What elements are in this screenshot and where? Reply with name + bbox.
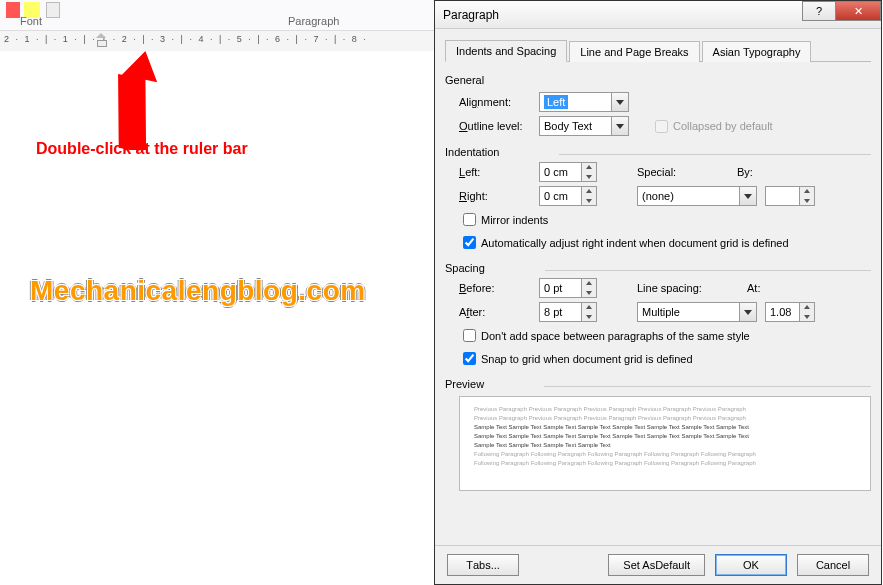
alignment-label: Alignment: xyxy=(459,96,539,108)
collapsed-checkbox xyxy=(655,120,668,133)
help-button[interactable]: ? xyxy=(802,1,836,21)
snap-grid-label: Snap to grid when document grid is defin… xyxy=(481,353,693,365)
tabs-button[interactable]: Tabs... xyxy=(447,554,519,576)
outline-label: Outline level: xyxy=(459,120,539,132)
auto-right-indent-label: Automatically adjust right indent when d… xyxy=(481,237,789,249)
indent-left-input[interactable]: 0 cm xyxy=(539,162,597,182)
alignment-select[interactable]: Left xyxy=(539,92,629,112)
word-editor-area: Font Paragraph 2 · 1 · | · 1 · | · 1 · 2… xyxy=(0,0,434,585)
dialog-title: Paragraph xyxy=(443,8,499,22)
group-preview: Preview xyxy=(445,378,484,390)
spinner-icon[interactable] xyxy=(799,187,814,205)
alignment-value: Left xyxy=(544,95,568,109)
indent-marker-icon[interactable] xyxy=(96,33,106,47)
font-color-swatch[interactable] xyxy=(6,2,20,18)
ribbon-bar: Font Paragraph xyxy=(0,0,434,31)
annotation-callout: Double-click at the ruler bar xyxy=(36,140,248,158)
tab-indents-spacing[interactable]: Indents and Spacing xyxy=(445,40,567,62)
indent-right-label: Right: xyxy=(459,190,539,202)
preview-box: Previous Paragraph Previous Paragraph Pr… xyxy=(459,396,871,491)
toolbar-btn[interactable] xyxy=(46,2,60,18)
collapsed-label: Collapsed by default xyxy=(673,120,773,132)
tab-asian-typography[interactable]: Asian Typography xyxy=(702,41,812,62)
chevron-down-icon[interactable] xyxy=(611,117,628,135)
after-input[interactable]: 8 pt xyxy=(539,302,597,322)
spinner-icon[interactable] xyxy=(799,303,814,321)
line-spacing-select[interactable]: Multiple xyxy=(637,302,757,322)
ribbon-group-font: Font xyxy=(20,15,42,27)
by-input[interactable] xyxy=(765,186,815,206)
dialog-tabs: Indents and Spacing Line and Page Breaks… xyxy=(445,37,871,62)
chevron-down-icon[interactable] xyxy=(739,187,756,205)
paragraph-dialog: Paragraph ? ✕ Indents and Spacing Line a… xyxy=(434,0,882,585)
set-default-button[interactable]: Set As Default xyxy=(608,554,705,576)
outline-select[interactable]: Body Text xyxy=(539,116,629,136)
at-input[interactable]: 1.08 xyxy=(765,302,815,322)
document-page[interactable] xyxy=(14,170,414,570)
before-input[interactable]: 0 pt xyxy=(539,278,597,298)
snap-grid-checkbox[interactable] xyxy=(463,352,476,365)
group-indentation: Indentation xyxy=(445,146,499,158)
chevron-down-icon[interactable] xyxy=(739,303,756,321)
tab-line-page-breaks[interactable]: Line and Page Breaks xyxy=(569,41,699,62)
line-spacing-value: Multiple xyxy=(642,306,680,318)
group-general: General xyxy=(445,74,871,86)
ribbon-group-paragraph: Paragraph xyxy=(288,15,339,27)
spinner-icon[interactable] xyxy=(581,187,596,205)
outline-value: Body Text xyxy=(544,120,592,132)
auto-right-indent-checkbox[interactable] xyxy=(463,236,476,249)
special-value: (none) xyxy=(642,190,674,202)
by-label: By: xyxy=(737,166,797,178)
spinner-icon[interactable] xyxy=(581,163,596,181)
group-spacing: Spacing xyxy=(445,262,485,274)
indent-left-label: Left: xyxy=(459,166,539,178)
cancel-button[interactable]: Cancel xyxy=(797,554,869,576)
mirror-indents-checkbox[interactable] xyxy=(463,213,476,226)
spinner-icon[interactable] xyxy=(581,279,596,297)
watermark-text: Mechanicalengblog.com xyxy=(30,275,366,307)
before-label: Before: xyxy=(459,282,539,294)
after-label: After: xyxy=(459,306,539,318)
ok-button[interactable]: OK xyxy=(715,554,787,576)
close-button[interactable]: ✕ xyxy=(835,1,881,21)
dont-add-space-checkbox[interactable] xyxy=(463,329,476,342)
arrow-icon xyxy=(105,50,165,150)
indent-right-input[interactable]: 0 cm xyxy=(539,186,597,206)
line-spacing-label: Line spacing: xyxy=(637,282,747,294)
special-select[interactable]: (none) xyxy=(637,186,757,206)
title-bar[interactable]: Paragraph ? ✕ xyxy=(435,1,881,29)
svg-marker-0 xyxy=(105,50,165,150)
ruler-marks: 2 · 1 · | · 1 · | · 1 · 2 · | · 3 · | · … xyxy=(4,34,368,44)
mirror-indents-label: Mirror indents xyxy=(481,214,548,226)
dialog-button-bar: Tabs... Set As Default OK Cancel xyxy=(435,545,881,584)
chevron-down-icon[interactable] xyxy=(611,93,628,111)
ruler[interactable]: 2 · 1 · | · 1 · | · 1 · 2 · | · 3 · | · … xyxy=(0,31,434,51)
spinner-icon[interactable] xyxy=(581,303,596,321)
dont-add-space-label: Don't add space between paragraphs of th… xyxy=(481,330,750,342)
special-label: Special: xyxy=(637,166,737,178)
at-label: At: xyxy=(747,282,797,294)
